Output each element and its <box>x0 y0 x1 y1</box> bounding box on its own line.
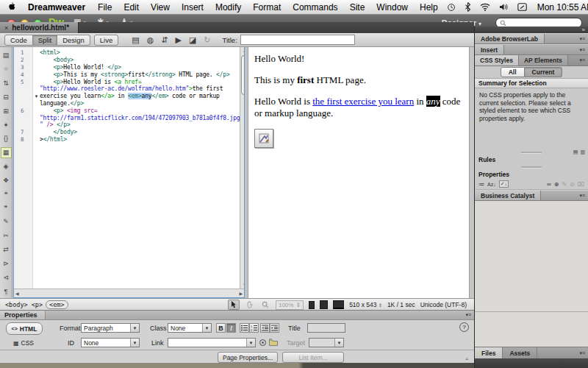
all-mode-button[interactable]: All <box>501 67 525 77</box>
window-size-select[interactable]: 510 x 543 ⇕ <box>349 301 382 308</box>
time-machine-icon[interactable] <box>444 3 459 12</box>
current-mode-button[interactable]: Current <box>525 67 563 77</box>
code-view[interactable]: 1<html>2 <body>3 <p>Hello World! </p>4 <… <box>13 46 245 298</box>
desktop-size-icon[interactable] <box>333 300 344 309</box>
panel-menu-icon[interactable]: ▾≡ <box>579 347 588 358</box>
broken-image-placeholder[interactable] <box>254 129 273 148</box>
code-line[interactable]: 7 </body> <box>14 129 240 136</box>
tag-selector-item[interactable]: <body> <box>4 301 29 308</box>
volume-icon[interactable] <box>496 3 512 11</box>
panel-collapse-icon[interactable]: ▵ <box>465 355 468 361</box>
live-view-button[interactable]: Live <box>94 35 118 46</box>
outdent-code-icon[interactable]: ⊲ <box>1 270 12 284</box>
insert-tab[interactable]: Insert <box>475 45 504 54</box>
tag-selector-item[interactable]: <em> <box>46 300 68 309</box>
syntax-error-alerts-icon[interactable]: ❖ <box>1 174 12 188</box>
wrap-tag-icon[interactable]: ✎ <box>1 215 12 229</box>
attach-style-sheet-icon[interactable]: ▤ <box>573 149 578 155</box>
delete-rule-icon[interactable]: ⌧ <box>578 181 584 188</box>
menu-insert[interactable]: Insert <box>176 2 209 13</box>
outdent-icon[interactable] <box>260 323 270 333</box>
ordered-list-icon[interactable]: 12 <box>249 323 259 333</box>
magnification-select[interactable]: 100% ⇕ <box>276 300 304 310</box>
scroll-right-icon[interactable]: ▶ <box>239 291 243 296</box>
code-line[interactable]: 1<html> <box>14 49 240 57</box>
design-hyperlink[interactable]: the first exercise you learn <box>312 96 414 107</box>
show-code-navigator-icon[interactable]: ✳ <box>1 63 12 77</box>
unlink-style-sheet-icon[interactable]: ▥ <box>580 149 585 155</box>
scroll-down-icon[interactable]: ▼ <box>243 281 244 289</box>
files-tab[interactable]: Files <box>475 347 503 358</box>
code-line[interactable]: 4 <p>This is my <strong>first</strong> H… <box>14 71 240 78</box>
format-select[interactable]: Paragraph▼ <box>81 323 140 333</box>
html-mode-button[interactable]: <>HTML <box>6 322 43 335</box>
bluetooth-icon[interactable] <box>462 2 474 12</box>
edit-rule-icon[interactable]: ✎ <box>562 181 567 188</box>
select-tool-icon[interactable] <box>228 300 240 310</box>
zoom-tool-icon[interactable] <box>260 300 270 309</box>
apple-menu-icon[interactable] <box>0 2 21 12</box>
balance-braces-icon[interactable]: {} <box>1 132 12 146</box>
unordered-list-icon[interactable] <box>240 323 249 333</box>
panel-menu-icon[interactable]: ▾≡ <box>465 312 474 318</box>
bold-button[interactable]: B <box>216 323 226 333</box>
assets-tab[interactable]: Assets <box>503 347 537 358</box>
selected-word[interactable]: any <box>426 96 440 107</box>
move-css-rules-icon[interactable]: ⇄ <box>1 243 12 257</box>
menu-dreamweaver[interactable]: Dreamweaver <box>21 2 92 13</box>
link-combobox[interactable]: ▼ <box>168 338 256 347</box>
page-properties-button[interactable]: Page Properties... <box>218 352 278 363</box>
display-menu-icon[interactable] <box>514 3 530 11</box>
file-management-icon[interactable]: ▤ <box>132 35 139 45</box>
select-parent-tag-icon[interactable]: ✦ <box>1 118 12 132</box>
title-field[interactable] <box>307 323 345 333</box>
properties-panel-tab[interactable]: Properties <box>0 311 46 319</box>
refresh-icon[interactable]: ↻ <box>204 35 210 45</box>
list-item-button[interactable]: List Item... <box>282 352 344 363</box>
menu-format[interactable]: Format <box>247 2 287 13</box>
css-mode-button[interactable]: ▦CSS <box>6 338 41 348</box>
disable-property-icon[interactable]: ⊘ <box>570 181 575 188</box>
format-source-code-icon[interactable]: ¶ <box>1 284 12 298</box>
new-css-rule-icon[interactable]: ⊕ <box>554 181 559 188</box>
target-select[interactable]: ▼ <box>309 338 344 347</box>
browserlab-tab[interactable]: Adobe BrowserLab <box>475 34 545 43</box>
expand-all-icon[interactable]: ⊞ <box>1 104 12 118</box>
code-view-button[interactable]: Code <box>4 35 33 46</box>
menu-window[interactable]: Window <box>370 2 414 13</box>
show-set-properties-icon[interactable]: ✓↓ <box>499 180 509 188</box>
document-tab[interactable]: × helloworld.html* <box>0 22 79 33</box>
italic-button[interactable]: I <box>226 323 236 333</box>
menu-modify[interactable]: Modify <box>209 2 247 13</box>
menu-edit[interactable]: Edit <box>118 2 145 13</box>
attach-icon[interactable]: ∞ <box>547 181 551 188</box>
code-fold-icon[interactable]: ▼ <box>33 94 40 99</box>
class-select[interactable]: None▼ <box>168 323 212 333</box>
design-view[interactable]: Hello World! This is my first HTML page.… <box>248 46 469 298</box>
scroll-up-icon[interactable]: ▲ <box>243 47 244 54</box>
hand-tool-icon[interactable] <box>245 300 255 309</box>
rules-section-divider[interactable]: ▤▥ <box>475 149 588 155</box>
highlight-invalid-code-icon[interactable]: ◈ <box>1 160 12 174</box>
id-select[interactable]: None▼ <box>81 338 140 347</box>
code-line[interactable]: " /> </p> <box>14 121 240 129</box>
menu-site[interactable]: Site <box>344 2 371 13</box>
line-numbers-icon[interactable]: ▦ <box>1 147 12 158</box>
tablet-size-icon[interactable] <box>320 300 328 309</box>
apply-comment-icon[interactable]: ❝ <box>1 187 12 201</box>
browse-folder-icon[interactable] <box>269 339 278 346</box>
show-list-view-icon[interactable]: Az↓ <box>487 182 496 187</box>
code-vertical-scrollbar[interactable]: ▲ ▼ <box>240 47 244 289</box>
code-horizontal-scrollbar[interactable]: ◀ ▶ <box>14 289 244 297</box>
design-paragraph-2[interactable]: This is my first HTML page. <box>254 74 469 86</box>
design-paragraph-1[interactable]: Hello World! <box>254 53 469 65</box>
tag-selector-item[interactable]: <p> <box>31 301 43 308</box>
menu-commands[interactable]: Commands <box>287 2 343 13</box>
recent-snippets-icon[interactable]: ✂ <box>1 229 12 243</box>
design-view-button[interactable]: Design <box>57 35 90 46</box>
code-lines[interactable]: 1<html>2 <body>3 <p>Hello World! </p>4 <… <box>14 47 240 289</box>
code-line[interactable]: "http://farm1.staticflickr.com/194/47209… <box>14 114 240 121</box>
business-catalyst-tab[interactable]: Business Catalyst <box>475 191 541 200</box>
code-line[interactable]: 6 <p> <img src= <box>14 107 240 114</box>
show-category-view-icon[interactable]: ≔ <box>478 181 484 188</box>
